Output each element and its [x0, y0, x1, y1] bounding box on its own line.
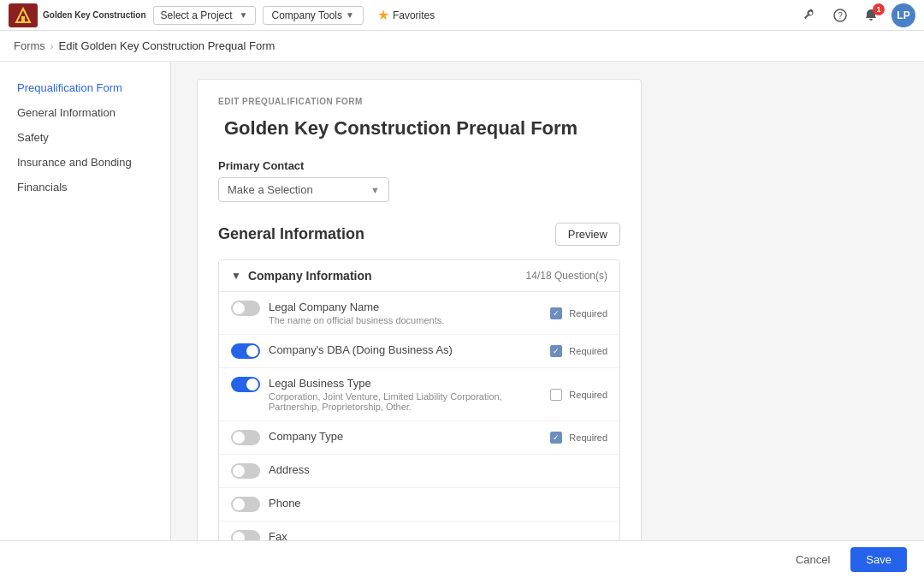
field-row-fax: Fax	[219, 521, 619, 540]
svg-rect-1	[21, 16, 25, 22]
toggle-legal-business-type[interactable]	[231, 377, 260, 392]
breadcrumb: Forms › Edit Golden Key Construction Pre…	[0, 31, 924, 62]
preview-button[interactable]: Preview	[555, 223, 620, 246]
main-layout: Prequalification Form General Informatio…	[0, 62, 924, 540]
help-icon[interactable]: ?	[830, 5, 850, 26]
required-checkbox-company-type[interactable]	[550, 432, 562, 444]
field-right: Required	[550, 389, 607, 401]
breadcrumb-forms-link[interactable]: Forms	[14, 39, 45, 52]
star-icon: ★	[377, 7, 389, 23]
field-row-legal-business-type: Legal Business Type Corporation, Joint V…	[219, 368, 619, 421]
field-left: Legal Company Name The name on official …	[231, 301, 444, 325]
company-section-header[interactable]: ▼ Company Information 14/18 Question(s)	[219, 260, 619, 292]
required-checkbox-legal-business-type[interactable]	[550, 389, 562, 401]
favorites-button[interactable]: ★ Favorites	[370, 4, 441, 26]
field-row-legal-company-name: Legal Company Name The name on official …	[219, 292, 619, 335]
primary-contact-label: Primary Contact	[218, 159, 620, 172]
field-left: Legal Business Type Corporation, Joint V…	[231, 377, 550, 412]
form-card: EDIT PREQUALIFICATION FORM Primary Conta…	[197, 79, 642, 540]
tools-icon[interactable]	[799, 5, 820, 26]
sidebar-item-safety[interactable]: Safety	[0, 125, 170, 150]
field-info-fax: Fax	[269, 530, 287, 540]
required-checkbox-company-dba[interactable]	[550, 345, 562, 357]
field-row-address: Address	[219, 455, 619, 488]
field-row-phone: Phone	[219, 488, 619, 521]
field-info-legal-business-type: Legal Business Type Corporation, Joint V…	[269, 377, 550, 412]
notification-count: 1	[873, 3, 885, 15]
breadcrumb-current-page: Edit Golden Key Construction Prequal For…	[59, 39, 275, 52]
sidebar-item-insurance-and-bonding[interactable]: Insurance and Bonding	[0, 150, 170, 175]
user-avatar[interactable]: LP	[891, 3, 915, 27]
logo-area: Golden Key Construction	[9, 3, 146, 27]
field-row-company-type: Company Type Required	[219, 421, 619, 455]
save-button[interactable]: Save	[850, 547, 907, 572]
company-tools-button[interactable]: Company Tools ▼	[263, 6, 364, 25]
sidebar-item-general-information[interactable]: General Information	[0, 100, 170, 125]
field-left: Company's DBA (Doing Business As)	[231, 343, 453, 359]
chevron-down-icon: ▼	[346, 10, 354, 20]
company-logo	[9, 3, 38, 27]
nav-right: ? 1 LP	[799, 3, 915, 27]
primary-contact-dropdown[interactable]: Make a Selection ▼	[218, 177, 389, 202]
sidebar-item-financials[interactable]: Financials	[0, 175, 170, 200]
sidebar-item-prequalification-form[interactable]: Prequalification Form	[0, 75, 170, 100]
bottom-action-bar: Cancel Save	[0, 540, 924, 578]
company-section-title: Company Information	[248, 269, 372, 283]
toggle-company-dba[interactable]	[231, 343, 260, 359]
field-info-legal-company-name: Legal Company Name The name on official …	[269, 301, 444, 325]
toggle-legal-company-name[interactable]	[231, 301, 260, 316]
sidebar: Prequalification Form General Informatio…	[0, 62, 171, 540]
notifications-button[interactable]: 1	[861, 5, 881, 26]
field-left: Company Type	[231, 430, 343, 445]
field-right: Required	[550, 345, 607, 357]
field-right: Required	[550, 432, 607, 444]
question-count: 14/18 Question(s)	[526, 270, 607, 282]
toggle-fax[interactable]	[231, 530, 260, 540]
collapse-icon: ▼	[231, 270, 241, 282]
cancel-button[interactable]: Cancel	[784, 548, 842, 571]
field-info-company-dba: Company's DBA (Doing Business As)	[269, 343, 453, 356]
field-left: Address	[231, 463, 310, 479]
svg-text:?: ?	[838, 11, 843, 21]
field-right: Required	[550, 307, 607, 319]
company-information-section: ▼ Company Information 14/18 Question(s) …	[218, 259, 620, 540]
top-navigation: Golden Key Construction Select a Project…	[0, 0, 924, 31]
field-info-company-type: Company Type	[269, 430, 343, 443]
form-title-input[interactable]	[218, 113, 620, 144]
company-name: Golden Key Construction	[43, 10, 146, 21]
required-checkbox-legal-company-name[interactable]	[550, 307, 562, 319]
edit-form-label: EDIT PREQUALIFICATION FORM	[218, 97, 620, 106]
field-left: Fax	[231, 530, 287, 540]
toggle-address[interactable]	[231, 463, 260, 479]
field-info-phone: Phone	[269, 497, 301, 509]
content-area: EDIT PREQUALIFICATION FORM Primary Conta…	[171, 62, 924, 540]
field-info-address: Address	[269, 463, 310, 476]
field-left: Phone	[231, 497, 301, 512]
dropdown-arrow-icon: ▼	[370, 185, 380, 195]
general-info-header: General Information Preview	[218, 223, 620, 246]
toggle-phone[interactable]	[231, 497, 260, 512]
field-row-company-dba: Company's DBA (Doing Business As) Requir…	[219, 335, 619, 368]
company-section-title-row: ▼ Company Information	[231, 269, 372, 283]
project-selector[interactable]: Select a Project ▼	[153, 6, 256, 25]
breadcrumb-separator: ›	[50, 41, 54, 51]
section-title: General Information	[218, 225, 364, 243]
chevron-down-icon: ▼	[240, 10, 248, 20]
toggle-company-type[interactable]	[231, 430, 260, 445]
